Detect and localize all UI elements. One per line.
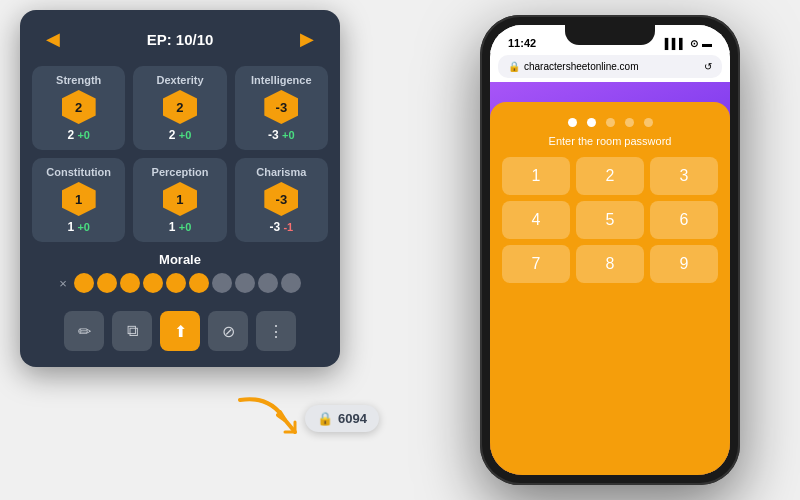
morale-dot-empty [258, 273, 278, 293]
morale-label: Morale [159, 252, 201, 267]
ep-label: EP: 10/10 [66, 31, 294, 48]
numpad-key-6[interactable]: 6 [650, 201, 718, 239]
morale-dot-empty [212, 273, 232, 293]
morale-dot-filled [74, 273, 94, 293]
stats-grid: Strength22 +0Dexterity22 +0Intelligence-… [32, 66, 328, 242]
password-dot [587, 118, 596, 127]
password-dot [644, 118, 653, 127]
card-header: ◀ EP: 10/10 ▶ [32, 22, 328, 56]
stat-bonus: +0 [77, 221, 90, 233]
numpad-key-5[interactable]: 5 [576, 201, 644, 239]
stat-bonus: +0 [282, 129, 295, 141]
password-dot [625, 118, 634, 127]
password-panel: Enter the room password 123456789 [490, 102, 730, 475]
status-icons: ▌▌▌ ⊙ ▬ [665, 38, 712, 49]
numpad-key-2[interactable]: 2 [576, 157, 644, 195]
copy-button[interactable]: ⧉ [112, 311, 152, 351]
next-arrow-button[interactable]: ▶ [294, 26, 320, 52]
stat-icon: 2 [163, 90, 197, 124]
url-container: 🔒 charactersheetonline.com [508, 61, 639, 72]
stat-name: Perception [152, 166, 209, 178]
phone-content: Enter the room password 123456789 [490, 82, 730, 475]
numpad-key-3[interactable]: 3 [650, 157, 718, 195]
time-display: 11:42 [508, 37, 536, 49]
numpad-key-9[interactable]: 9 [650, 245, 718, 283]
stat-box-strength: Strength22 +0 [32, 66, 125, 150]
stat-icon: 1 [62, 182, 96, 216]
ssl-lock-icon: 🔒 [508, 61, 520, 72]
more-button[interactable]: ⋮ [256, 311, 296, 351]
stat-box-intelligence: Intelligence-3-3 +0 [235, 66, 328, 150]
lock-icon: 🔒 [317, 411, 333, 426]
lock-badge: 🔒 6094 [305, 405, 379, 432]
signal-icon: ▌▌▌ [665, 38, 686, 49]
reload-button[interactable]: ↺ [704, 61, 712, 72]
stat-name: Charisma [256, 166, 306, 178]
morale-dots: × [59, 273, 301, 293]
wifi-icon: ⊙ [690, 38, 698, 49]
room-code: 6094 [338, 411, 367, 426]
enter-label: Enter the room password [549, 135, 672, 147]
morale-multiplier: × [59, 276, 67, 291]
numpad: 123456789 [502, 157, 718, 283]
phone-container: 11:42 ▌▌▌ ⊙ ▬ 🔒 charactersheetonline.com… [480, 15, 740, 485]
stat-bonus: +0 [179, 221, 192, 233]
stat-name: Strength [56, 74, 101, 86]
stat-bonus: -1 [283, 221, 293, 233]
stat-box-constitution: Constitution11 +0 [32, 158, 125, 242]
stat-icon: 2 [62, 90, 96, 124]
stat-box-dexterity: Dexterity22 +0 [133, 66, 226, 150]
stat-icon: 1 [163, 182, 197, 216]
stat-values: -3 -1 [269, 220, 293, 234]
stat-name: Dexterity [156, 74, 203, 86]
stat-icon: -3 [264, 182, 298, 216]
stat-box-perception: Perception11 +0 [133, 158, 226, 242]
edit-button[interactable]: ✏ [64, 311, 104, 351]
hide-button[interactable]: ⊘ [208, 311, 248, 351]
stat-values: -3 +0 [268, 128, 295, 142]
stat-name: Constitution [46, 166, 111, 178]
stat-values: 2 +0 [169, 128, 192, 142]
share-button[interactable]: ⬆ [160, 311, 200, 351]
stat-name: Intelligence [251, 74, 312, 86]
stat-values: 1 +0 [169, 220, 192, 234]
stat-icon: -3 [264, 90, 298, 124]
phone-screen: 11:42 ▌▌▌ ⊙ ▬ 🔒 charactersheetonline.com… [490, 25, 730, 475]
phone-frame: 11:42 ▌▌▌ ⊙ ▬ 🔒 charactersheetonline.com… [480, 15, 740, 485]
stat-values: 2 +0 [67, 128, 90, 142]
morale-section: Morale × [32, 252, 328, 293]
stat-box-charisma: Charisma-3-3 -1 [235, 158, 328, 242]
numpad-key-1[interactable]: 1 [502, 157, 570, 195]
morale-dot-filled [120, 273, 140, 293]
numpad-key-7[interactable]: 7 [502, 245, 570, 283]
morale-dot-empty [281, 273, 301, 293]
numpad-key-8[interactable]: 8 [576, 245, 644, 283]
character-card: ◀ EP: 10/10 ▶ Strength22 +0Dexterity22 +… [20, 10, 340, 367]
morale-dot-filled [97, 273, 117, 293]
numpad-key-4[interactable]: 4 [502, 201, 570, 239]
prev-arrow-button[interactable]: ◀ [40, 26, 66, 52]
browser-bar: 🔒 charactersheetonline.com ↺ [498, 55, 722, 78]
morale-dot-filled [166, 273, 186, 293]
morale-dot-empty [235, 273, 255, 293]
morale-dot-filled [189, 273, 209, 293]
password-dots [568, 118, 653, 127]
action-bar: ✏⧉⬆⊘⋮ [32, 303, 328, 355]
battery-icon: ▬ [702, 38, 712, 49]
arrow-indicator [230, 390, 310, 444]
password-dot [606, 118, 615, 127]
stat-bonus: +0 [77, 129, 90, 141]
stat-values: 1 +0 [67, 220, 90, 234]
stat-bonus: +0 [179, 129, 192, 141]
password-dot [568, 118, 577, 127]
phone-notch [565, 25, 655, 45]
morale-dot-filled [143, 273, 163, 293]
url-text: charactersheetonline.com [524, 61, 639, 72]
